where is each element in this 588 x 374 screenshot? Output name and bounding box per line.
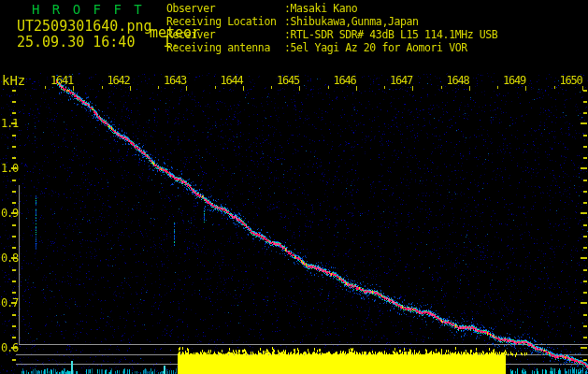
location-value: :Shibukawa,Gunma,Japan: [284, 15, 419, 28]
time-axis-label: 1647: [388, 74, 412, 87]
observer-label: Observer: [166, 2, 215, 15]
antenna-label: Receiving antenna: [166, 41, 270, 54]
time-axis-label: 1643: [162, 74, 186, 87]
spectrogram-canvas: [0, 0, 588, 374]
app-title: H R O F F T: [32, 2, 144, 17]
freq-axis-label: 1.0: [1, 162, 25, 175]
time-axis-label: 1649: [501, 74, 525, 87]
freq-axis-label: 0.8: [1, 252, 25, 265]
freq-axis-label: 0.7: [1, 296, 25, 309]
receiver-value: :RTL-SDR SDR# 43dB L15 114.1MHz USB: [284, 28, 497, 41]
hrofft-screen: H R O F F T UT2509301640.png meteor 25.0…: [0, 0, 588, 374]
time-axis-label: 1641: [49, 74, 73, 87]
location-label: Receiving Location: [166, 15, 276, 28]
time-axis-label: 1645: [275, 74, 299, 87]
time-axis-label: 1650: [558, 74, 582, 87]
time-axis-label: 1648: [445, 74, 469, 87]
observer-value: :Masaki Kano: [284, 2, 357, 15]
time-axis-label: 1644: [219, 74, 243, 87]
freq-axis-label: 0.6: [1, 341, 25, 354]
time-axis-label: 1642: [106, 74, 130, 87]
station-info: Observer :Masaki Kano Receiving Location…: [0, 0, 36, 178]
output-filename: UT2509301640.png: [17, 18, 152, 35]
freq-axis-label: 1.1: [1, 117, 25, 130]
antenna-value: :5el Yagi Az 20 for Aomori VOR: [284, 41, 467, 54]
receiver-label: Receiver: [166, 28, 215, 41]
time-axis-label: 1646: [332, 74, 356, 87]
freq-axis-label: 0.9: [1, 207, 25, 220]
freq-unit-label: kHz: [2, 73, 25, 88]
